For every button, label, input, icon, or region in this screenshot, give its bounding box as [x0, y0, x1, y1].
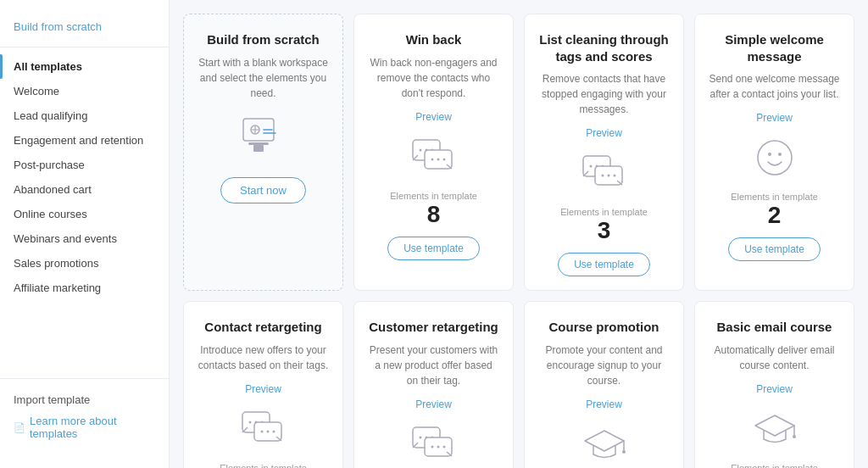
preview-link[interactable]: Preview [415, 398, 452, 410]
smile-icon [745, 132, 804, 183]
svg-point-32 [260, 430, 263, 432]
card-title: List cleaning through tags and scores [538, 31, 670, 64]
sidebar: Build from scratch All templatesWelcomeL… [0, 0, 170, 468]
elements-count: 8 [427, 203, 441, 226]
chat-icon [234, 404, 293, 454]
graduation-icon [575, 419, 634, 469]
svg-marker-43 [585, 431, 624, 451]
card-desc: Send one welcome message after a contact… [709, 71, 840, 102]
card-desc: Introduce new offers to your contacts ba… [198, 343, 329, 373]
sidebar-build-from-scratch[interactable]: Build from scratch [0, 14, 169, 43]
chat-icon [404, 419, 464, 469]
sidebar-item-post-purchase[interactable]: Post-purchase [0, 153, 169, 177]
preview-link[interactable]: Preview [586, 127, 622, 139]
preview-link[interactable]: Preview [586, 398, 622, 410]
sidebar-item-lead-qualifying[interactable]: Lead qualifying [0, 103, 169, 128]
chat-icon [575, 148, 634, 198]
chat-icon [404, 131, 464, 182]
svg-rect-1 [248, 142, 269, 145]
start-now-button[interactable]: Start now [220, 177, 306, 203]
elements-count: 3 [598, 219, 611, 242]
card-title: Build from scratch [207, 31, 320, 48]
card-desc: Automatically deliver email course conte… [709, 343, 840, 373]
main-content: Build from scratch Start with a blank wo… [170, 0, 868, 468]
sidebar-item-webinars-and-events[interactable]: Webinars and events [0, 226, 169, 251]
svg-point-40 [431, 445, 433, 448]
sidebar-footer: Import template📄Learn more about templat… [0, 378, 169, 454]
svg-point-34 [272, 430, 275, 432]
svg-point-24 [758, 141, 792, 175]
elements-label: Elements in template [220, 463, 307, 469]
sidebar-footer-import-template[interactable]: Import template [14, 389, 155, 410]
template-card-win-back: Win back Win back non-engagers and remov… [353, 14, 514, 291]
svg-point-36 [419, 436, 421, 438]
sidebar-item-abandoned-cart[interactable]: Abandoned cart [0, 177, 169, 202]
elements-label: Elements in template [560, 207, 648, 217]
template-card-course-promotion: Course promotion Promote your content an… [524, 301, 684, 468]
card-title: Win back [406, 31, 462, 48]
svg-point-22 [607, 175, 609, 177]
svg-point-15 [442, 158, 445, 160]
scratch-icon [234, 111, 293, 162]
card-title: Course promotion [549, 319, 659, 336]
elements-label: Elements in template [390, 191, 477, 201]
card-desc: Start with a blank workspace and select … [198, 55, 329, 101]
svg-point-28 [248, 421, 251, 423]
sidebar-item-affiliate-marketing[interactable]: Affiliate marketing [0, 276, 169, 300]
svg-point-48 [793, 435, 796, 438]
sidebar-item-all-templates[interactable]: All templates [0, 54, 169, 79]
preview-link[interactable]: Preview [756, 383, 793, 395]
svg-point-13 [431, 158, 433, 160]
sidebar-item-welcome[interactable]: Welcome [0, 79, 169, 103]
card-desc: Remove contacts that have stopped engagi… [538, 71, 670, 117]
card-desc: Present your customers with a new produc… [368, 343, 499, 388]
card-title: Customer retargeting [369, 319, 498, 336]
preview-link[interactable]: Preview [415, 111, 452, 123]
sidebar-nav: All templatesWelcomeLead qualifyingEngag… [0, 51, 169, 304]
use-template-button[interactable]: Use template [387, 237, 480, 260]
card-desc: Win back non-engagers and remove the con… [368, 55, 499, 101]
elements-count: 2 [768, 203, 782, 227]
sidebar-item-engagement-and-retention[interactable]: Engagement and retention [0, 128, 169, 153]
card-title: Contact retargeting [204, 319, 321, 336]
sidebar-footer-learn-more-about-templates[interactable]: 📄Learn more about templates [14, 410, 155, 444]
svg-point-9 [419, 148, 421, 151]
elements-label: Elements in template [731, 463, 818, 469]
template-card-build-scratch: Build from scratch Start with a blank wo… [183, 14, 343, 291]
graduation-icon [745, 404, 804, 454]
svg-point-42 [442, 445, 445, 448]
card-title: Simple welcome message [709, 31, 840, 64]
svg-point-26 [778, 153, 782, 156]
use-template-button[interactable]: Use template [728, 237, 821, 261]
preview-link[interactable]: Preview [756, 112, 793, 124]
svg-point-41 [437, 445, 439, 448]
template-card-basic-email-course: Basic email course Automatically deliver… [694, 301, 854, 468]
card-title: Basic email course [717, 319, 832, 336]
templates-grid: Build from scratch Start with a blank wo… [183, 14, 854, 468]
sidebar-item-online-courses[interactable]: Online courses [0, 202, 169, 226]
svg-marker-46 [755, 415, 794, 436]
svg-point-45 [622, 450, 626, 454]
sidebar-divider [0, 47, 169, 47]
elements-label: Elements in template [731, 192, 818, 202]
svg-point-17 [589, 165, 592, 168]
card-desc: Promote your content and encourage signu… [538, 343, 670, 388]
svg-point-33 [266, 430, 269, 432]
svg-rect-2 [253, 145, 264, 152]
template-card-list-cleaning: List cleaning through tags and scores Re… [524, 14, 684, 291]
svg-point-14 [437, 158, 439, 160]
svg-point-25 [768, 153, 771, 156]
template-card-simple-welcome: Simple welcome message Send one welcome … [694, 14, 854, 291]
use-template-button[interactable]: Use template [558, 253, 650, 276]
sidebar-item-sales-promotions[interactable]: Sales promotions [0, 251, 169, 276]
preview-link[interactable]: Preview [245, 383, 281, 395]
template-card-customer-retargeting: Customer retargeting Present your custom… [353, 301, 514, 468]
svg-point-23 [613, 175, 615, 177]
template-card-contact-retargeting: Contact retargeting Introduce new offers… [183, 301, 343, 468]
svg-point-21 [601, 175, 604, 177]
